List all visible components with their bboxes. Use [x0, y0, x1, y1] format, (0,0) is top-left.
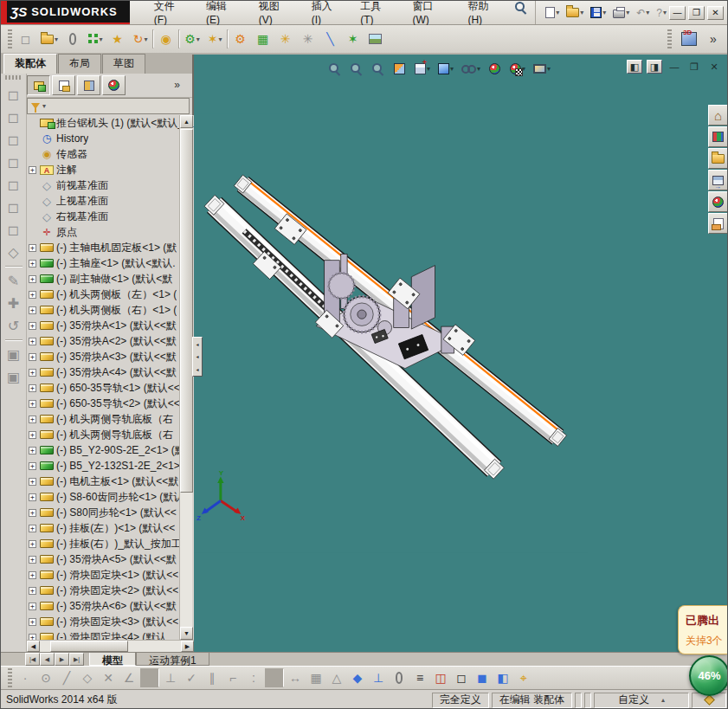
document-tab[interactable]: 运动算例1 — [136, 653, 209, 666]
help-button[interactable]: ? ▾ — [654, 5, 669, 21]
tree-item[interactable]: + (-) 挂板(右）)_默认_按加工 — [27, 536, 194, 551]
tree-horizontal-scrollbar[interactable]: ◀ ▶ — [27, 640, 194, 652]
toolbar-expand-button[interactable]: » — [703, 28, 724, 50]
tree-item[interactable]: + (-) 主轴座<1> (默认<默认. — [27, 255, 194, 271]
tab-nav-button[interactable]: ▶| — [69, 653, 84, 666]
expand-toggle-icon[interactable]: + — [29, 540, 36, 548]
close-button[interactable]: ✕ — [707, 6, 724, 20]
solidworks-resources-tab[interactable] — [708, 105, 728, 126]
tree-item[interactable]: 传感器 — [27, 146, 194, 162]
expand-toggle-icon[interactable]: + — [29, 493, 36, 501]
sketch-fillet-tool[interactable]: ∠ — [119, 668, 139, 687]
expand-toggle-icon[interactable]: + — [29, 462, 36, 470]
vtoolbar-grip[interactable] — [5, 75, 23, 80]
tree-item[interactable]: + (-) 35滑块A<6> (默认<<默 — [27, 598, 194, 614]
apply-scene-icon[interactable]: ▾ — [507, 60, 528, 77]
tree-item[interactable]: + (-) B5_Y2-90S-2E_2<1> (默 — [27, 442, 194, 458]
explode-line-sketch-button[interactable]: ✳ — [298, 28, 319, 50]
point-tool[interactable]: · — [16, 668, 35, 687]
restore-button[interactable]: ❐ — [688, 6, 705, 20]
expand-toggle-icon[interactable]: + — [29, 525, 36, 532]
scroll-up-icon[interactable]: ▲ — [180, 115, 193, 128]
wireframe-view-button[interactable]: ◻ — [452, 668, 471, 687]
tree-item[interactable]: + (-) 机头两侧导轨底板（右 — [27, 411, 194, 427]
horizontal-scroll-thumb[interactable] — [50, 641, 128, 652]
save-button[interactable]: ▾ — [588, 5, 609, 20]
expand-toggle-icon[interactable]: + — [29, 369, 36, 377]
tree-item[interactable]: + (-) 650-35导轨<1> (默认<< — [27, 380, 194, 396]
mate-tool[interactable] — [390, 668, 409, 687]
tab-nav-button[interactable]: |◀ — [25, 653, 40, 666]
configurationmanager-tab[interactable] — [77, 75, 100, 95]
assembly-features-button[interactable]: ⚙ ▾ — [182, 28, 203, 50]
expand-toggle-icon[interactable]: + — [29, 260, 36, 267]
zoom-to-area-icon[interactable] — [347, 60, 366, 77]
memory-freed-notification[interactable]: 已腾出 关掉3个 — [678, 605, 727, 654]
toolbar-grip[interactable] — [8, 29, 12, 48]
tree-item[interactable]: + (-) 滑块固定块<2> (默认<< — [27, 583, 194, 598]
tree-filter[interactable]: ▾ — [27, 98, 190, 114]
tree-vertical-scrollbar[interactable]: ▲ ▼ — [179, 115, 192, 640]
add-sketch-button[interactable]: ✚ — [3, 292, 24, 314]
corner-rectangle-tool[interactable]: ⌐ — [223, 668, 242, 687]
custom-caret-icon[interactable]: ▴ — [661, 696, 665, 704]
tree-item[interactable]: + (-) 机头两侧板（右）<1> ( — [27, 302, 194, 318]
previous-view-icon[interactable] — [369, 60, 388, 77]
vertical-scroll-thumb[interactable] — [180, 129, 193, 493]
paste-appearance-button[interactable]: ▣ — [3, 365, 24, 388]
expand-toggle-icon[interactable]: + — [29, 322, 36, 330]
tree-item[interactable]: + (-) 35滑块A<1> (默认<<默 — [27, 318, 194, 333]
grid-tool[interactable]: ▦ — [306, 668, 325, 687]
tree-item[interactable]: + (-) 滑块固定块<4> (默认 — [27, 629, 194, 640]
tree-item[interactable]: + 注解 — [27, 162, 194, 177]
custom-properties-tab[interactable] — [708, 213, 728, 234]
tree-item[interactable]: 前视基准面 — [27, 177, 194, 193]
exploded-view-button[interactable]: ✳ — [275, 28, 296, 50]
expand-toggle-icon[interactable]: + — [29, 447, 36, 454]
expand-toggle-icon[interactable]: + — [29, 416, 36, 423]
measure-tool[interactable]: ◆ — [348, 668, 367, 687]
scroll-down-icon[interactable]: ▼ — [180, 627, 193, 640]
expand-toggle-icon[interactable]: + — [29, 400, 36, 408]
minimize-button[interactable]: — — [669, 6, 686, 20]
tab-nav-button[interactable]: ▶ — [55, 653, 69, 666]
parallel-relation-tool[interactable]: ∥ — [203, 668, 222, 687]
top-view-button[interactable]: ◻ — [3, 173, 24, 196]
display-relations-tool[interactable]: ✓ — [182, 668, 201, 687]
status-custom[interactable]: 自定义 ▴ — [594, 693, 689, 708]
expand-toggle-icon[interactable]: + — [29, 478, 36, 486]
section-lines-tool[interactable]: ≡ — [410, 668, 429, 687]
expand-toggle-icon[interactable]: + — [29, 556, 36, 564]
appearances-tab[interactable] — [102, 75, 126, 95]
expand-toggle-icon[interactable]: + — [29, 634, 36, 641]
expand-toggle-icon[interactable]: + — [29, 353, 36, 361]
tree-item[interactable]: + (-) 挂板(左）)<1> (默认<< — [27, 520, 194, 536]
dock-left-button[interactable]: ◧ — [627, 60, 642, 74]
tree-item[interactable]: + (-) B5_Y2-132S1-2E_2<1> ( — [27, 458, 194, 474]
design-library-tab[interactable] — [708, 126, 728, 147]
instant3d-button[interactable]: ✶ — [343, 28, 364, 50]
undo-button[interactable]: ↶ ▾ — [634, 5, 652, 21]
scroll-right-icon[interactable]: ▶ — [181, 641, 194, 652]
add-relation-tool[interactable]: ⊥ — [161, 668, 180, 687]
expand-toggle-icon[interactable]: + — [29, 384, 36, 392]
appearances-scenes-tab[interactable] — [708, 191, 728, 212]
interference-detection-tool[interactable]: ◫ — [431, 668, 450, 687]
child-restore-button[interactable]: ❐ — [686, 60, 702, 74]
tab-nav-button[interactable]: ◀ — [40, 653, 55, 666]
new-document-button[interactable]: ▾ — [543, 5, 562, 20]
featuremanager-tree-tab[interactable] — [27, 75, 50, 95]
tree-item[interactable]: 原点 — [27, 224, 194, 240]
tree-item[interactable]: + (-) 滑块固定块<3> (默认<< — [27, 614, 194, 629]
display-style-icon[interactable]: ▾ — [435, 60, 456, 77]
tree-item[interactable]: + (-) 35滑块A<2> (默认<<默 — [27, 333, 194, 349]
expand-toggle-icon[interactable]: + — [29, 275, 36, 283]
expand-toggle-icon[interactable]: + — [29, 431, 36, 439]
copy-appearance-button[interactable]: ▣ — [3, 343, 24, 365]
scroll-left-icon[interactable]: ◀ — [27, 641, 40, 652]
panel-collapse-handle[interactable]: ◂◂◂ — [192, 337, 203, 377]
toolbar-grip-right[interactable] — [667, 29, 672, 48]
shaded-with-edges-button[interactable]: ◧ — [493, 668, 512, 687]
commandmanager-tab[interactable]: 装配体 — [3, 54, 57, 74]
expand-toggle-icon[interactable]: + — [29, 306, 36, 314]
